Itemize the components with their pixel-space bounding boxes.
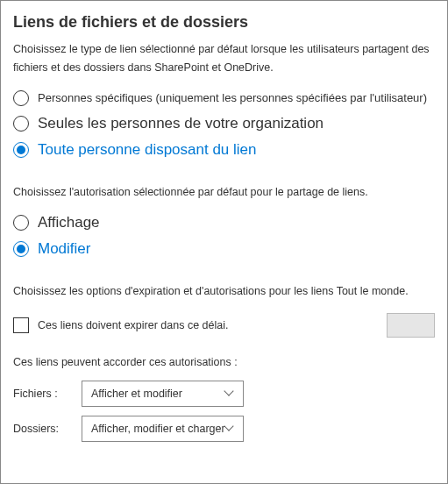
radio-org-people[interactable]: Seules les personnes de votre organizati… [13, 115, 435, 132]
radio-edit[interactable]: Modifier [13, 240, 435, 258]
files-label: Fichiers : [13, 388, 82, 400]
expire-checkbox[interactable] [13, 317, 29, 333]
file-folder-links-panel: Liens de fichiers et de dossiers Choisis… [0, 0, 448, 484]
radio-label: Seules les personnes de votre organizati… [38, 115, 324, 132]
files-select[interactable]: Afficher et modifier [82, 381, 244, 407]
grant-permissions-description: Ces liens peuvent accorder ces autorisat… [13, 353, 435, 372]
link-type-description: Choisissez le type de lien sélectionné p… [13, 40, 435, 78]
radio-label: Affichage [38, 214, 100, 231]
section-heading: Liens de fichiers et de dossiers [13, 13, 435, 32]
radio-icon [13, 241, 29, 257]
folders-label: Dossiers: [13, 423, 82, 435]
radio-icon [13, 142, 29, 158]
radio-icon [13, 116, 29, 132]
permission-description: Choisissez l'autorisation sélectionnée p… [13, 183, 435, 202]
folders-select-row: Dossiers: Afficher, modifier et charger [13, 416, 435, 442]
radio-icon [13, 90, 29, 106]
chevron-down-icon [225, 424, 234, 433]
radio-icon [13, 215, 29, 231]
folders-select-value: Afficher, modifier et charger [91, 423, 225, 435]
expire-label: Ces liens doivent expirer dans ce délai. [38, 319, 369, 331]
chevron-down-icon [225, 389, 234, 398]
radio-label: Toute personne disposant du lien [38, 141, 257, 159]
radio-label: Modifier [38, 240, 90, 258]
expire-row: Ces liens doivent expirer dans ce délai. [13, 313, 435, 338]
radio-view[interactable]: Affichage [13, 214, 435, 231]
files-select-value: Afficher et modifier [91, 388, 182, 400]
radio-label: Personnes spécifiques (uniquement les pe… [38, 91, 427, 104]
anyone-options-description: Choisissez les options d'expiration et d… [13, 282, 435, 301]
radio-anyone-link[interactable]: Toute personne disposant du lien [13, 141, 435, 159]
folders-select[interactable]: Afficher, modifier et charger [82, 416, 244, 442]
expire-days-input[interactable] [387, 313, 435, 338]
files-select-row: Fichiers : Afficher et modifier [13, 381, 435, 407]
radio-specific-people[interactable]: Personnes spécifiques (uniquement les pe… [13, 90, 435, 106]
